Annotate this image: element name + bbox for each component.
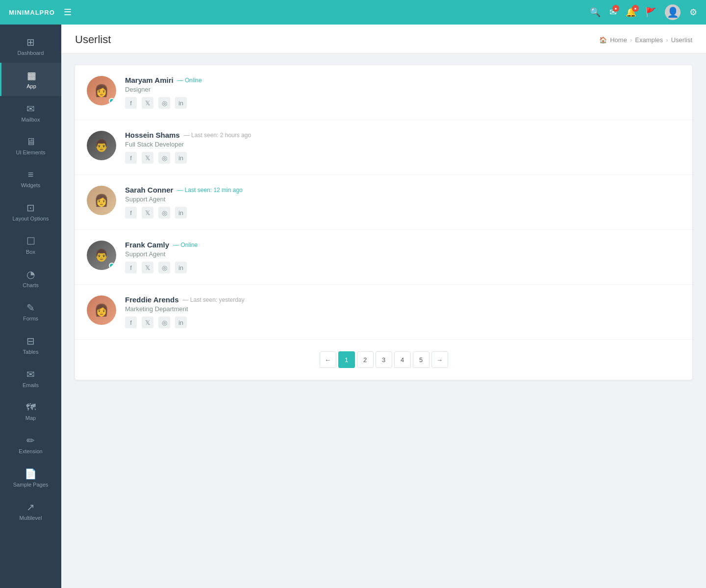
facebook-icon[interactable]: f	[125, 97, 137, 109]
pagination-page-3[interactable]: 3	[376, 351, 392, 368]
layout: ⊞ Dashboard ▦ App ✉ Mailbox 🖥 UI Element…	[0, 24, 706, 588]
facebook-icon[interactable]: f	[125, 152, 137, 164]
tables-icon: ⊟	[26, 335, 35, 347]
sidebar-item-app[interactable]: ▦ App	[0, 63, 61, 96]
user-role: Marketing Department	[125, 305, 681, 313]
user-role: Support Agent	[125, 250, 681, 258]
user-name-row: Freddie Arends — Last seen: yesterday	[125, 295, 681, 304]
page-header: Userlist 🏠 Home › Examples › Userlist	[61, 24, 706, 53]
linkedin-icon[interactable]: in	[175, 152, 187, 164]
user-name: Sarah Conner	[125, 186, 173, 194]
table-row: 👩 Sarah Conner — Last seen: 12 min ago S…	[75, 175, 692, 230]
sidebar-item-map[interactable]: 🗺 Map	[0, 395, 61, 428]
ui-elements-icon: 🖥	[26, 136, 36, 147]
content-area: 👩 Maryam Amiri — Online Designer f 𝕏 ◎	[61, 53, 706, 588]
table-row: 👨 Frank Camly — Online Support Agent f 𝕏…	[75, 230, 692, 285]
breadcrumb-home-icon: 🏠	[599, 36, 607, 44]
mail-icon[interactable]: ✉ ●	[609, 7, 617, 18]
sidebar-label-layout: Layout Options	[13, 216, 49, 221]
user-social: f 𝕏 ◎ in	[125, 152, 681, 164]
sidebar-item-multilevel[interactable]: ↗ Multilevel	[0, 494, 61, 528]
sidebar-item-forms[interactable]: ✎ Forms	[0, 295, 61, 328]
user-info: Frank Camly — Online Support Agent f 𝕏 ◎…	[125, 241, 681, 273]
github-icon[interactable]: ◎	[158, 262, 170, 273]
sidebar-item-dashboard[interactable]: ⊞ Dashboard	[0, 29, 61, 63]
sidebar-label-forms: Forms	[23, 316, 38, 321]
sidebar: ⊞ Dashboard ▦ App ✉ Mailbox 🖥 UI Element…	[0, 24, 61, 588]
user-name-row: Frank Camly — Online	[125, 241, 681, 249]
breadcrumb-examples[interactable]: Examples	[635, 36, 663, 44]
sidebar-item-mailbox[interactable]: ✉ Mailbox	[0, 96, 61, 129]
user-name: Frank Camly	[125, 241, 169, 249]
linkedin-icon[interactable]: in	[175, 317, 187, 328]
emails-icon: ✉	[26, 368, 35, 380]
sidebar-item-sample-pages[interactable]: 📄 Sample Pages	[0, 461, 61, 494]
github-icon[interactable]: ◎	[158, 317, 170, 328]
user-status: — Online	[177, 77, 202, 84]
user-name: Freddie Arends	[125, 295, 178, 304]
avatar-icon: 👩	[94, 194, 109, 207]
sidebar-item-box[interactable]: ☐ Box	[0, 228, 61, 262]
sidebar-label-charts: Charts	[23, 282, 38, 288]
online-dot	[109, 263, 115, 269]
linkedin-icon[interactable]: in	[175, 262, 187, 273]
sidebar-item-tables[interactable]: ⊟ Tables	[0, 328, 61, 362]
sidebar-label-multilevel: Multilevel	[20, 515, 42, 521]
sidebar-label-dashboard: Dashboard	[18, 50, 44, 56]
topnav-left: MINIMALPRO ☰	[9, 7, 72, 18]
sidebar-item-layout-options[interactable]: ⊡ Layout Options	[0, 195, 61, 228]
twitter-icon[interactable]: 𝕏	[142, 262, 153, 273]
pagination: ← 1 2 3 4 5 →	[75, 340, 692, 380]
sidebar-item-widgets[interactable]: ≡ Widgets	[0, 162, 61, 195]
flag-icon[interactable]: 🚩	[645, 7, 656, 18]
twitter-icon[interactable]: 𝕏	[142, 317, 153, 328]
linkedin-icon[interactable]: in	[175, 97, 187, 109]
twitter-icon[interactable]: 𝕏	[142, 152, 153, 164]
github-icon[interactable]: ◎	[158, 207, 170, 219]
linkedin-icon[interactable]: in	[175, 207, 187, 219]
sample-icon: 📄	[25, 468, 37, 480]
sidebar-item-charts[interactable]: ◔ Charts	[0, 262, 61, 295]
avatar-icon: 👩	[94, 303, 109, 317]
brand-logo: MINIMALPRO	[9, 9, 55, 16]
sidebar-label-app: App	[26, 83, 36, 89]
userlist-card: 👩 Maryam Amiri — Online Designer f 𝕏 ◎	[75, 65, 692, 380]
table-row: 👩 Freddie Arends — Last seen: yesterday …	[75, 285, 692, 340]
topnav-right: 🔍 ✉ ● 🔔 ● 🚩 👤 ⚙	[590, 4, 697, 20]
sidebar-label-emails: Emails	[23, 382, 39, 388]
search-icon[interactable]: 🔍	[590, 7, 601, 18]
dashboard-icon: ⊞	[26, 36, 35, 48]
facebook-icon[interactable]: f	[125, 207, 137, 219]
github-icon[interactable]: ◎	[158, 97, 170, 109]
avatar-icon: 👨	[94, 139, 109, 152]
widgets-icon: ≡	[28, 169, 34, 180]
breadcrumb-home[interactable]: Home	[610, 36, 627, 44]
hamburger-button[interactable]: ☰	[64, 7, 72, 18]
pagination-prev[interactable]: ←	[320, 351, 336, 368]
github-icon[interactable]: ◎	[158, 152, 170, 164]
sidebar-item-emails[interactable]: ✉ Emails	[0, 362, 61, 395]
facebook-icon[interactable]: f	[125, 262, 137, 273]
breadcrumb-sep-2: ›	[666, 36, 668, 44]
bell-icon[interactable]: 🔔 ●	[626, 7, 636, 18]
pagination-page-1[interactable]: 1	[338, 351, 355, 368]
pagination-page-5[interactable]: 5	[413, 351, 429, 368]
facebook-icon[interactable]: f	[125, 317, 137, 328]
twitter-icon[interactable]: 𝕏	[142, 97, 153, 109]
charts-icon: ◔	[26, 269, 35, 280]
pagination-next[interactable]: →	[431, 351, 448, 368]
settings-icon[interactable]: ⚙	[689, 7, 697, 18]
pagination-page-2[interactable]: 2	[357, 351, 374, 368]
pagination-page-4[interactable]: 4	[394, 351, 411, 368]
avatar: 👨	[87, 241, 116, 270]
sidebar-item-ui-elements[interactable]: 🖥 UI Elements	[0, 129, 61, 162]
user-info: Sarah Conner — Last seen: 12 min ago Sup…	[125, 186, 681, 219]
user-status: — Last seen: 12 min ago	[177, 187, 242, 194]
sidebar-item-extension[interactable]: ✏ Extension	[0, 428, 61, 461]
user-name: Maryam Amiri	[125, 76, 174, 84]
user-social: f 𝕏 ◎ in	[125, 262, 681, 273]
sidebar-label-sample: Sample Pages	[13, 482, 49, 488]
twitter-icon[interactable]: 𝕏	[142, 207, 153, 219]
layout-icon: ⊡	[26, 202, 35, 214]
user-avatar-topnav[interactable]: 👤	[665, 4, 681, 20]
